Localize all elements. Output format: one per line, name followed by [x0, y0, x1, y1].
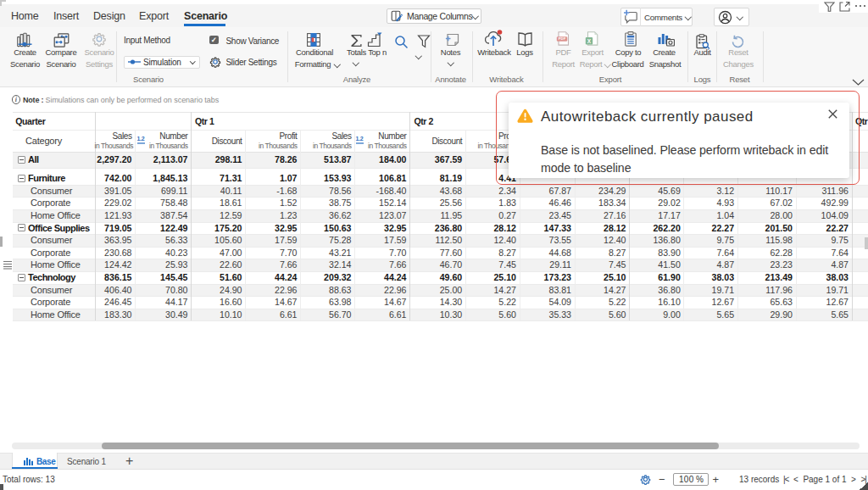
- svg-text:X: X: [587, 38, 592, 44]
- svg-text:PDF: PDF: [559, 36, 566, 41]
